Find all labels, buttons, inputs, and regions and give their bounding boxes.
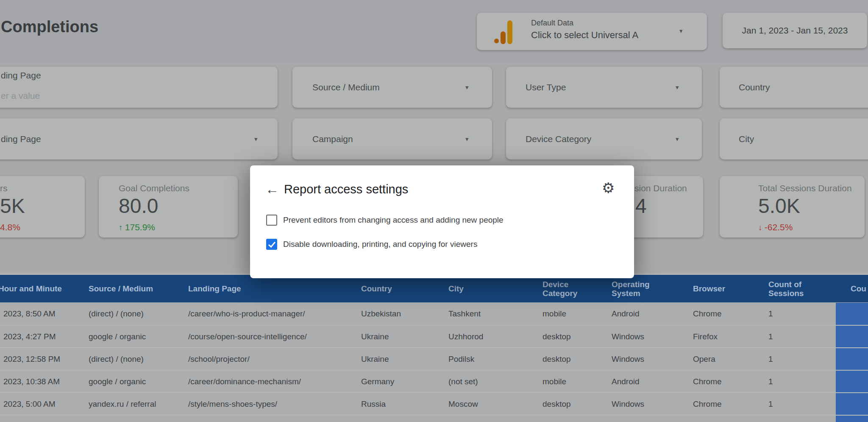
filter-label: User Type (526, 82, 566, 92)
filter-label: Source / Medium (312, 82, 380, 92)
checkbox-label: Disable downloading, printing, and copyi… (283, 240, 477, 249)
filter-campaign[interactable]: Campaign ▾ (292, 118, 492, 159)
column-header-hour-minute[interactable]: Hour and Minute (0, 275, 81, 302)
filter-landing-page-dropdown[interactable]: ding Page ▾ (0, 118, 278, 159)
table-cell: 1 (768, 415, 773, 422)
table-cell: Russia (361, 393, 386, 415)
table-cell: Firefox (693, 325, 718, 348)
table-cell: Ukraine (361, 415, 389, 422)
table-cell: desktop (542, 393, 571, 415)
highlighted-metric-cell (836, 416, 868, 422)
filter-device-category[interactable]: Device Category ▾ (506, 118, 702, 159)
report-access-settings-dialog: ← Report access settings ⚙ Prevent edito… (250, 165, 634, 278)
table-cell: 2023, 12:58 PM (3, 348, 60, 370)
filter-label: ding Page (1, 70, 41, 81)
checkbox-disable-download[interactable]: Disable downloading, printing, and copyi… (266, 239, 477, 250)
table-body: 2023, 8:50 AM(direct) / (none)/career/wh… (0, 302, 868, 422)
column-header-country[interactable]: Country (361, 275, 444, 302)
table-cell: yandex.ru / referral (89, 393, 156, 415)
scorecard-value: 4 (635, 194, 647, 218)
table-cell: 1 (768, 325, 773, 348)
checkbox-box[interactable] (266, 215, 277, 226)
table-cell: Tashkent (448, 302, 481, 325)
checkbox-prevent-editors[interactable]: Prevent editors from changing access and… (266, 215, 504, 226)
table-cell: /career/who-is-product-manager/ (188, 302, 305, 325)
date-range-label: Jan 1, 2023 - Jan 15, 2023 (742, 25, 848, 36)
filter-label: Campaign (312, 134, 353, 144)
table-row: 2023, 10:38 AMgoogle / organic/career/do… (0, 370, 868, 393)
table-cell: Chrome (693, 302, 722, 325)
data-source-name: Default Data (531, 19, 573, 28)
date-range-picker[interactable]: Jan 1, 2023 - Jan 15, 2023 (723, 13, 867, 48)
table-cell: Windows (612, 348, 644, 370)
scorecard-value: 80.0 (119, 194, 158, 218)
table-cell: /course/open-source-intelligence/ (188, 325, 307, 348)
table-cell: Opera (693, 348, 715, 370)
filter-label: Country (739, 82, 770, 92)
data-source-hint: Click to select Universal A (531, 30, 638, 41)
table-cell: /school/projector/ (188, 348, 250, 370)
table-cell: /school/bill-bits-checklist/ (188, 415, 277, 422)
table-cell: 2023, 3:11 AM (3, 415, 55, 422)
table-cell: Windows (612, 393, 644, 415)
filter-country[interactable]: Country (720, 67, 868, 108)
table-cell: Moscow (448, 393, 478, 415)
checkbox-box[interactable] (266, 239, 277, 250)
chevron-down-icon: ▾ (676, 135, 679, 143)
table-cell: Ukraine (361, 325, 389, 348)
table-cell: Chrome (693, 393, 722, 415)
column-header-clipped[interactable]: Cou (851, 275, 868, 302)
dialog-title: Report access settings (284, 182, 408, 196)
table-cell: Podilsk (448, 348, 474, 370)
table-cell: /career/dominance-mechanism/ (188, 370, 301, 393)
scorecard-label: Goal Completions (119, 183, 189, 193)
filter-placeholder: er a value (1, 91, 40, 101)
table-cell: desktop (542, 348, 571, 370)
table-cell: 2023, 10:38 AM (3, 370, 60, 393)
table-cell: 1 (768, 393, 773, 415)
gear-icon[interactable]: ⚙ (602, 181, 615, 195)
chevron-down-icon: ▾ (465, 84, 469, 91)
column-header-operating-system[interactable]: Operating System (612, 275, 662, 302)
filter-city[interactable]: City (720, 118, 868, 159)
column-header-source-medium[interactable]: Source / Medium (89, 275, 184, 302)
trend-down-icon: ↓ (758, 223, 765, 232)
column-header-city[interactable]: City (448, 275, 537, 302)
table-cell: Windows (612, 325, 644, 348)
table-cell: Android (612, 370, 640, 393)
scorecard-delta: 4.8% (0, 222, 20, 232)
table-cell: mobile (542, 415, 566, 422)
filter-landing-page-input[interactable]: ding Page er a value (0, 67, 278, 108)
table-cell: mobile (542, 370, 566, 393)
filter-source-medium[interactable]: Source / Medium ▾ (292, 67, 492, 108)
table-cell: desktop (542, 325, 571, 348)
checkbox-label: Prevent editors from changing access and… (283, 215, 504, 225)
column-header-landing-page[interactable]: Landing Page (188, 275, 356, 302)
table-cell: (direct) / (none) (89, 348, 144, 370)
column-header-browser[interactable]: Browser (693, 275, 761, 302)
highlighted-metric-cell (836, 348, 868, 370)
chevron-down-icon: ▾ (254, 135, 258, 143)
table-row: 2023, 8:50 AM(direct) / (none)/career/wh… (0, 302, 868, 325)
table-row: 2023, 12:58 PM(direct) / (none)/school/p… (0, 347, 868, 370)
column-header-device-category[interactable]: Device Category (542, 275, 589, 302)
page-title: Completions (1, 18, 98, 36)
highlighted-metric-cell (836, 326, 868, 348)
table-header: Hour and Minute Source / Medium Landing … (0, 275, 868, 302)
chevron-down-icon: ▾ (465, 135, 469, 143)
scorecard-delta: ↑ 175.9% (119, 222, 155, 232)
scorecard-value: 5K (0, 194, 25, 218)
table-row: 2023, 5:00 AMyandex.ru / referral/style/… (0, 392, 868, 415)
table-cell: 2023, 5:00 AM (3, 393, 56, 415)
scorecard-label: rs (0, 183, 8, 193)
table-cell: 2023, 4:27 PM (3, 325, 56, 348)
filter-label: City (739, 134, 754, 144)
table-cell: /style/mens-shoes-types/ (188, 393, 277, 415)
back-arrow-icon[interactable]: ← (265, 182, 279, 196)
column-header-count-of-sessions[interactable]: Count of Sessions (768, 275, 815, 302)
filter-user-type[interactable]: User Type ▾ (506, 67, 702, 108)
data-source-selector[interactable]: Default Data Click to select Universal A… (477, 13, 707, 50)
scorecard-delta: ↓ -62.5% (758, 222, 793, 232)
trend-up-icon: ↑ (119, 223, 125, 232)
highlighted-metric-cell (836, 393, 868, 415)
